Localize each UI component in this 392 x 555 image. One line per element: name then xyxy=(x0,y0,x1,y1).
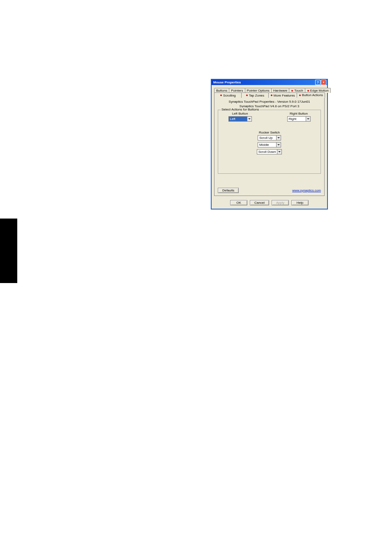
left-button-value: Left xyxy=(229,117,247,121)
right-button-block: Right Button Right xyxy=(284,112,313,122)
left-button-combo[interactable]: Left xyxy=(228,116,252,122)
right-button-label: Right Button xyxy=(284,112,313,115)
titlebar: Mouse Properties ? X xyxy=(212,80,327,85)
tab-label: Edge Motion xyxy=(310,89,329,92)
rocker-mid-combo[interactable]: Middle xyxy=(258,142,281,147)
rocker-mid-value: Middle xyxy=(258,143,276,147)
tab-label: Touch xyxy=(294,89,303,92)
synaptics-icon xyxy=(299,94,301,97)
tab-label: Scrolling xyxy=(223,94,236,97)
tab-label: Pointers xyxy=(231,89,243,92)
synaptics-icon xyxy=(307,90,309,92)
left-button-label: Left Button xyxy=(226,112,254,115)
dialog-buttons: OK Cancel Apply Help xyxy=(212,198,327,209)
rocker-down-value: Scroll Down xyxy=(257,150,277,154)
tab-scrolling[interactable]: Scrolling xyxy=(214,92,242,98)
ok-button[interactable]: OK xyxy=(230,200,247,205)
synaptics-icon xyxy=(220,94,222,97)
tab-page-button-actions: Synaptics TouchPad Properties - Version … xyxy=(214,97,325,196)
right-button-combo[interactable]: Right xyxy=(287,116,311,122)
defaults-button[interactable]: Defaults xyxy=(218,188,239,193)
tab-button-actions[interactable]: Button Actions xyxy=(297,92,325,98)
tab-label: Pointer Options xyxy=(247,89,270,92)
rocker-area: Rocker Switch Scroll Up Middle Scroll Do… xyxy=(218,131,321,156)
chevron-down-icon[interactable] xyxy=(306,117,310,121)
mouse-properties-dialog: Mouse Properties ? X Buttons Pointers Po… xyxy=(211,79,328,210)
chevron-down-icon[interactable] xyxy=(276,143,281,147)
tab-label: More Features xyxy=(274,94,295,97)
tab-label: Button Actions xyxy=(302,93,323,97)
help-button[interactable]: Help xyxy=(291,200,309,205)
rocker-up-combo[interactable]: Scroll Up xyxy=(258,135,281,140)
synaptics-link[interactable]: www.synaptics.com xyxy=(292,189,321,192)
fieldset-legend: Select Actions for Buttons xyxy=(221,108,260,111)
synaptics-icon xyxy=(291,90,293,92)
synaptics-icon xyxy=(270,94,273,97)
rocker-up-value: Scroll Up xyxy=(258,136,276,140)
left-button-block: Left Button Left xyxy=(226,112,254,122)
right-button-value: Right xyxy=(288,117,306,121)
tab-label: Buttons xyxy=(216,89,227,92)
chevron-down-icon[interactable] xyxy=(276,136,281,140)
version-line-1: Synaptics TouchPad Properties - Version … xyxy=(216,100,323,104)
tab-tap-zones[interactable]: Tap Zones xyxy=(241,92,269,98)
redacted-block xyxy=(0,219,17,283)
window-title: Mouse Properties xyxy=(212,81,315,84)
synaptics-icon xyxy=(246,94,248,97)
chevron-down-icon[interactable] xyxy=(247,117,251,121)
fieldset-actions: Select Actions for Buttons Left Button L… xyxy=(218,110,321,174)
tab-more-features[interactable]: More Features xyxy=(268,92,297,98)
tab-label: Hardware xyxy=(273,89,288,92)
rocker-title: Rocker Switch xyxy=(218,131,321,134)
close-icon[interactable]: X xyxy=(321,80,326,85)
tabs-area: Buttons Pointers Pointer Options Hardwar… xyxy=(212,85,327,198)
apply-button: Apply xyxy=(272,200,289,205)
help-icon[interactable]: ? xyxy=(315,80,321,85)
tab-label: Tap Zones xyxy=(249,94,264,97)
cancel-button[interactable]: Cancel xyxy=(250,200,269,205)
rocker-down-combo[interactable]: Scroll Down xyxy=(257,149,282,154)
chevron-down-icon[interactable] xyxy=(277,150,281,154)
